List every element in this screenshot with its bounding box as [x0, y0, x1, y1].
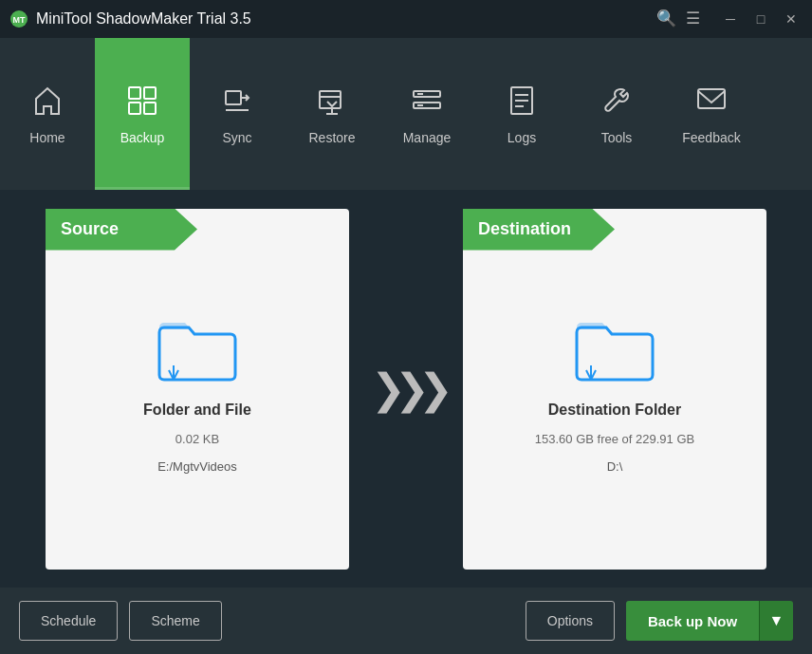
source-folder-icon [155, 313, 240, 388]
backup-dropdown-button[interactable]: ▼ [759, 601, 793, 641]
nav-label-tools: Tools [601, 130, 633, 145]
backup-now-button[interactable]: Back up Now [626, 601, 759, 641]
svg-rect-21 [698, 89, 725, 108]
nav-label-backup: Backup [120, 130, 165, 145]
destination-free: 153.60 GB free of 229.91 GB [535, 432, 694, 446]
nav-label-sync: Sync [222, 130, 251, 145]
home-icon [30, 84, 65, 122]
manage-icon [410, 84, 444, 122]
arrow-chevrons: ❯❯❯ [371, 364, 442, 413]
nav-item-manage[interactable]: Manage [379, 38, 474, 190]
source-header: Source [46, 209, 197, 251]
svg-rect-5 [144, 103, 156, 114]
backup-button-group: Back up Now ▼ [626, 601, 793, 641]
menu-icon[interactable]: ☰ [686, 9, 700, 29]
nav-item-sync[interactable]: Sync [190, 38, 285, 190]
nav-item-logs[interactable]: Logs [474, 38, 569, 190]
source-size: 0.02 KB [175, 432, 219, 446]
nav-item-restore[interactable]: Restore [285, 38, 379, 190]
nav-label-logs: Logs [508, 130, 536, 145]
feedback-icon [694, 84, 729, 122]
destination-folder-icon [572, 313, 657, 388]
nav-label-feedback: Feedback [682, 130, 740, 145]
titlebar: MT MiniTool ShadowMaker Trial 3.5 🔍 ☰ ─ … [0, 0, 812, 38]
nav-item-backup[interactable]: Backup [95, 38, 190, 190]
destination-path: D:\ [607, 459, 623, 474]
sync-icon [220, 84, 254, 122]
close-button[interactable]: ✕ [778, 9, 804, 29]
schedule-button[interactable]: Schedule [19, 601, 118, 641]
arrow-area: ❯❯❯ [349, 364, 463, 413]
titlebar-controls: 🔍 ☰ ─ □ ✕ [656, 9, 804, 29]
main-content: Source Folder and File 0.02 KB E:/MgtvVi… [0, 190, 812, 588]
source-title: Folder and File [143, 402, 251, 419]
logs-icon [505, 84, 539, 122]
maximize-button[interactable]: □ [747, 9, 774, 29]
restore-icon [315, 84, 349, 122]
nav-label-home: Home [29, 130, 65, 145]
nav-label-manage: Manage [403, 130, 452, 145]
svg-rect-4 [129, 103, 140, 114]
nav-item-tools[interactable]: Tools [569, 38, 664, 190]
titlebar-left: MT MiniTool ShadowMaker Trial 3.5 [9, 9, 251, 28]
bottombar: Schedule Scheme Options Back up Now ▼ [0, 588, 812, 654]
destination-card[interactable]: Destination Destination Folder 153.60 GB… [463, 209, 766, 570]
nav-item-feedback[interactable]: Feedback [664, 38, 759, 190]
navbar: Home Backup Sync [0, 38, 812, 190]
app-title: MiniTool ShadowMaker Trial 3.5 [36, 10, 251, 28]
scheme-button[interactable]: Scheme [129, 601, 221, 641]
source-card[interactable]: Source Folder and File 0.02 KB E:/MgtvVi… [46, 209, 349, 570]
chevron-down-icon: ▼ [769, 612, 784, 629]
tools-icon [600, 84, 634, 122]
search-icon[interactable]: 🔍 [656, 9, 676, 29]
destination-title: Destination Folder [548, 402, 681, 419]
source-path: E:/MgtvVideos [157, 459, 237, 474]
backup-icon [125, 84, 159, 122]
nav-item-home[interactable]: Home [0, 38, 95, 190]
svg-rect-2 [129, 87, 140, 99]
svg-rect-6 [226, 91, 241, 104]
app-logo: MT [9, 9, 28, 28]
svg-text:MT: MT [13, 15, 26, 25]
destination-header: Destination [463, 209, 615, 251]
nav-label-restore: Restore [308, 130, 355, 145]
svg-rect-3 [144, 87, 156, 99]
minimize-button[interactable]: ─ [717, 9, 744, 29]
options-button[interactable]: Options [526, 601, 615, 641]
